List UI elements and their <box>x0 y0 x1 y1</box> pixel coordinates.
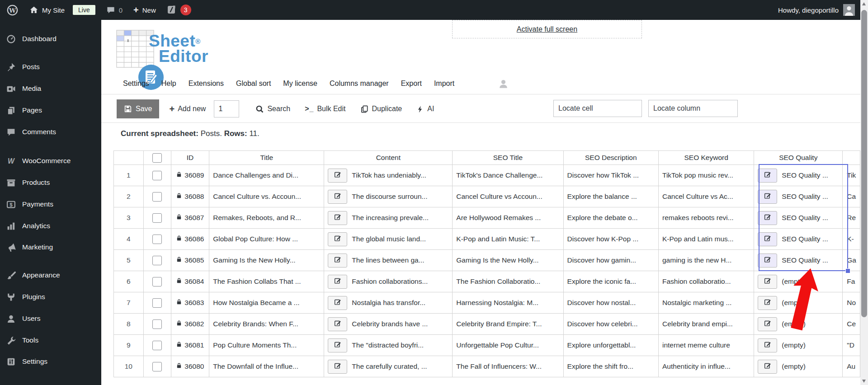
cell-seo-quality[interactable]: SEO Quality ... <box>754 186 843 207</box>
cell-checkbox[interactable] <box>143 250 171 271</box>
cell-id[interactable]: 36088 <box>171 186 209 207</box>
cell-seo-description[interactable]: Discover how celebri... <box>563 314 658 335</box>
column-header-seo-title[interactable]: SEO Title <box>453 151 563 165</box>
cell-seo-keyword[interactable]: internet meme culture <box>659 335 754 356</box>
column-header-seo-keyword[interactable]: SEO Keyword <box>659 151 754 165</box>
edit-cell-button[interactable] <box>758 275 777 289</box>
duplicate-button[interactable]: Duplicate <box>360 105 402 113</box>
row-number[interactable]: 9 <box>114 335 144 356</box>
cell-seo-title[interactable]: Cancel Culture vs Accoun... <box>453 186 563 207</box>
sidebar-item-appearance[interactable]: Appearance <box>0 268 101 283</box>
row-checkbox[interactable] <box>152 192 162 202</box>
row-checkbox[interactable] <box>152 362 162 371</box>
row-checkbox[interactable] <box>152 213 162 223</box>
live-badge[interactable]: Live <box>73 5 95 15</box>
cell-seo-keyword[interactable]: Nostalgic marketing ... <box>659 292 754 314</box>
menu-extensions[interactable]: Extensions <box>189 80 224 88</box>
cell-seo-quality[interactable]: SEO Quality ... <box>754 165 843 186</box>
cell-id[interactable]: 36083 <box>171 292 209 314</box>
row-checkbox[interactable] <box>152 298 162 308</box>
sidebar-item-posts[interactable]: Posts <box>0 59 101 75</box>
column-header-id[interactable]: ID <box>171 151 209 165</box>
cell-seo-quality[interactable]: (empty) <box>754 356 843 377</box>
cell-overflow[interactable]: Ca <box>843 186 860 207</box>
sidebar-item-analytics[interactable]: Analytics <box>0 218 101 234</box>
edit-cell-button[interactable] <box>758 211 777 225</box>
sidebar-item-payments[interactable]: $Payments <box>0 197 101 212</box>
cell-title[interactable]: Celebrity Brands: When F... <box>209 314 324 335</box>
cell-seo-keyword[interactable]: K-Pop and Latin mus... <box>659 229 754 250</box>
row-checkbox[interactable] <box>152 277 162 286</box>
edit-cell-button[interactable] <box>328 211 347 225</box>
fill-handle[interactable] <box>845 268 850 273</box>
edit-cell-button[interactable] <box>328 190 347 204</box>
cell-overflow[interactable]: "D <box>843 335 860 356</box>
cell-overflow[interactable]: Au <box>843 356 860 377</box>
cell-seo-title[interactable]: Gaming Is the New Holly... <box>453 250 563 271</box>
cell-overflow[interactable]: No <box>843 292 860 314</box>
bulk-edit-button[interactable]: >_ Bulk Edit <box>305 105 345 113</box>
cell-checkbox[interactable] <box>143 186 171 207</box>
column-header-content[interactable]: Content <box>324 151 453 165</box>
search-button[interactable]: Search <box>255 105 290 113</box>
wordpress-logo-icon[interactable]: W <box>6 4 19 16</box>
edit-cell-button[interactable] <box>328 338 347 352</box>
cell-seo-quality[interactable]: SEO Quality ... <box>754 207 843 229</box>
sidebar-item-media[interactable]: Media <box>0 81 101 96</box>
corner-header[interactable] <box>114 151 144 165</box>
cell-seo-keyword[interactable]: Celebrity brand empi... <box>659 314 754 335</box>
cell-overflow[interactable]: Ce <box>843 314 860 335</box>
cell-content[interactable]: The lines between ga... <box>324 250 453 271</box>
cell-seo-keyword[interactable]: remakes reboots revi... <box>659 207 754 229</box>
locate-column-input[interactable] <box>648 100 738 117</box>
cell-seo-keyword[interactable]: Fashion collaboratio... <box>659 271 754 292</box>
cell-seo-description[interactable]: Explore the debate o... <box>563 207 658 229</box>
row-number[interactable]: 3 <box>114 207 144 229</box>
cell-seo-quality[interactable]: (empty) <box>754 314 843 335</box>
edit-cell-button[interactable] <box>328 317 347 331</box>
row-checkbox[interactable] <box>152 256 162 265</box>
cell-content[interactable]: Nostalgia has transfor... <box>324 292 453 314</box>
row-number[interactable]: 4 <box>114 229 144 250</box>
cell-seo-quality[interactable]: SEO Quality ... <box>754 229 843 250</box>
cell-seo-keyword[interactable]: gaming is the new H... <box>659 250 754 271</box>
cell-checkbox[interactable] <box>143 165 171 186</box>
cell-content[interactable]: The "distracted boyfri... <box>324 335 453 356</box>
cell-title[interactable]: Remakes, Reboots, and R... <box>209 207 324 229</box>
cell-id[interactable]: 36086 <box>171 229 209 250</box>
cell-seo-quality[interactable]: (empty) <box>754 292 843 314</box>
cell-seo-description[interactable]: Discover how nostal... <box>563 292 658 314</box>
cell-id[interactable]: 36085 <box>171 250 209 271</box>
edit-cell-button[interactable] <box>758 296 777 310</box>
edit-cell-button[interactable] <box>758 190 777 204</box>
menu-export[interactable]: Export <box>401 80 422 88</box>
cell-title[interactable]: How Nostalgia Became a ... <box>209 292 324 314</box>
ai-button[interactable]: AI <box>416 105 434 113</box>
cell-title[interactable]: Gaming Is the New Holly... <box>209 250 324 271</box>
cell-seo-description[interactable]: Explore unforgettabl... <box>563 335 658 356</box>
row-number[interactable]: 10 <box>114 356 144 377</box>
row-checkbox[interactable] <box>152 341 162 350</box>
row-number[interactable]: 2 <box>114 186 144 207</box>
cell-seo-description[interactable]: Discover how gamin... <box>563 250 658 271</box>
cell-seo-keyword[interactable]: Authenticity in influe... <box>659 356 754 377</box>
cell-content[interactable]: Celebrity brands have ... <box>324 314 453 335</box>
cell-id[interactable]: 36084 <box>171 271 209 292</box>
cell-seo-quality[interactable]: (empty) <box>754 271 843 292</box>
my-site-link[interactable]: My Site <box>29 5 65 14</box>
cell-content[interactable]: Fashion collaborations... <box>324 271 453 292</box>
row-checkbox[interactable] <box>152 319 162 329</box>
cell-seo-description[interactable]: Explore the shift fro... <box>563 356 658 377</box>
add-new-button[interactable]: + Add new <box>169 104 206 113</box>
corner-header[interactable] <box>843 151 860 165</box>
row-checkbox[interactable] <box>152 235 162 244</box>
cell-title[interactable]: The Fashion Collabs That ... <box>209 271 324 292</box>
column-header-seo-description[interactable]: SEO Description <box>563 151 658 165</box>
menu-columns-manager[interactable]: Columns manager <box>330 80 389 88</box>
cell-seo-description[interactable]: Explore the iconic fa... <box>563 271 658 292</box>
account-menu[interactable]: Howdy, diegoportillo <box>778 0 855 20</box>
select-all-header[interactable] <box>143 151 171 165</box>
sidebar-item-dashboard[interactable]: Dashboard <box>0 31 101 47</box>
cell-seo-keyword[interactable]: Cancel Culture vs Ac... <box>659 186 754 207</box>
cell-content[interactable]: The global music land... <box>324 229 453 250</box>
